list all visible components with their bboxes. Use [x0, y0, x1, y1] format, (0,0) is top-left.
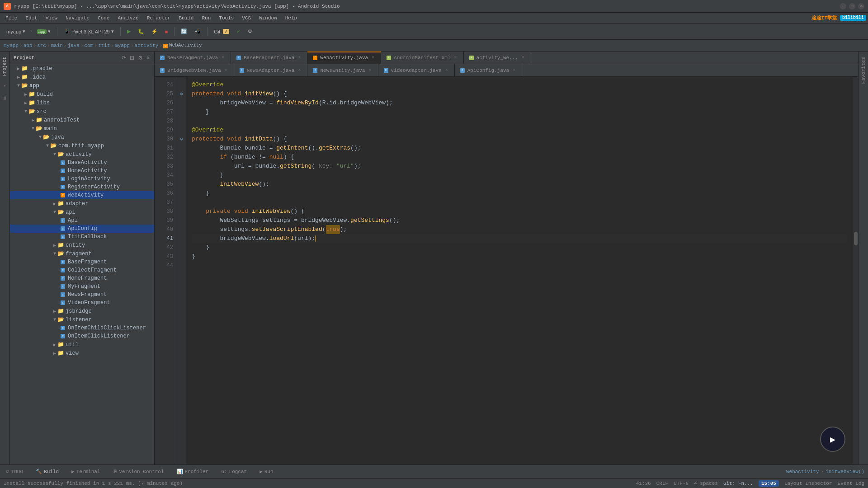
tab-webactivity[interactable]: C WebActivity.java ×: [307, 52, 381, 64]
close-bridge-tab[interactable]: ×: [224, 68, 228, 73]
tree-item-build[interactable]: ▶ 📁 build: [10, 90, 154, 99]
breadcrumb-myapp2[interactable]: myapp: [115, 43, 130, 48]
status-git[interactable]: Git: Fn...: [723, 481, 753, 486]
toolbar-module-dropdown[interactable]: app ▾: [34, 27, 53, 36]
tab-run[interactable]: ▶ Run: [257, 467, 276, 476]
close-activitywe-tab[interactable]: ×: [521, 55, 525, 60]
debug-button[interactable]: 🐛: [135, 27, 147, 36]
avd-button[interactable]: 📲: [192, 27, 203, 36]
menu-navigate[interactable]: Navigate: [62, 14, 93, 22]
breadcrumb-myapp[interactable]: myapp: [4, 43, 19, 48]
close-newsentity-tab[interactable]: ×: [368, 68, 373, 73]
stop-button[interactable]: ■: [162, 27, 171, 36]
git-button[interactable]: Git: ✓: [211, 27, 232, 36]
tab-todo[interactable]: ☑ TODO: [4, 467, 26, 476]
tree-item-adapter-folder[interactable]: ▶ 📁 adapter: [10, 199, 154, 208]
gear-icon[interactable]: ⚙: [137, 54, 144, 62]
breadcrumb-app[interactable]: app: [24, 43, 33, 48]
breadcrumb-webactivity[interactable]: WWebActivity: [163, 42, 202, 48]
tree-item-myfragment[interactable]: C MyFragment: [10, 282, 154, 291]
toolbar-device-dropdown[interactable]: 📱 Pixel 3 XL API 29 ▾: [61, 27, 117, 36]
settings-button[interactable]: ⚙: [245, 27, 255, 36]
menu-vcs[interactable]: VCS: [238, 14, 255, 22]
check-button[interactable]: ✓: [234, 27, 243, 36]
code-content[interactable]: @Override protected void initView() { br…: [186, 77, 853, 465]
toolbar-project-dropdown[interactable]: myapp ▾: [4, 27, 28, 36]
right-scrollbar[interactable]: [853, 77, 858, 465]
breadcrumb-main[interactable]: main: [51, 43, 62, 48]
menu-window[interactable]: Window: [255, 14, 281, 22]
tab-newsadapter[interactable]: C NewsAdapter.java ×: [234, 64, 308, 76]
sync-tree-button[interactable]: ⟳: [121, 54, 127, 62]
menu-file[interactable]: File: [2, 14, 21, 22]
tab-profiler[interactable]: 📊 Profiler: [174, 467, 212, 476]
menu-edit[interactable]: Edit: [22, 14, 41, 22]
tab-versioncontrol[interactable]: ⑨ Version Control: [110, 467, 166, 476]
tab-newsentity[interactable]: C NewsEntity.java ×: [307, 64, 378, 76]
breadcrumb-src[interactable]: src: [37, 43, 46, 48]
menu-tools[interactable]: Tools: [215, 14, 237, 22]
close-newsfragment-tab[interactable]: ×: [221, 55, 225, 60]
tree-item-collectfragment[interactable]: C CollectFragment: [10, 266, 154, 274]
favorites-icon[interactable]: ★: [1, 81, 9, 91]
status-layout-inspector[interactable]: Layout Inspector: [784, 481, 832, 486]
close-webactivity-tab[interactable]: ×: [371, 55, 375, 60]
tree-item-app[interactable]: ▼ 📂 app: [10, 81, 154, 90]
tab-logcat[interactable]: 6: Logcat: [218, 467, 250, 476]
tree-item-view-folder[interactable]: ▶ 📁 view: [10, 349, 154, 357]
close-videoadapter-tab[interactable]: ×: [444, 68, 449, 73]
tree-item-homeactivity[interactable]: C HomeActivity: [10, 167, 154, 175]
tree-item-api[interactable]: C Api: [10, 216, 154, 225]
tree-item-main[interactable]: ▼ 📂 main: [10, 124, 154, 133]
run-coverage-button[interactable]: ⚡: [149, 27, 160, 36]
status-crlf[interactable]: CRLF: [656, 481, 668, 486]
tree-item-entity-folder[interactable]: ▶ 📁 entity: [10, 241, 154, 249]
breadcrumb-ttit[interactable]: ttit: [98, 43, 110, 48]
tree-item-gradle[interactable]: ▶ 📁 .gradle: [10, 64, 154, 73]
tree-item-src[interactable]: ▼ 📂 src: [10, 107, 154, 116]
structure-icon[interactable]: ≡: [0, 94, 10, 103]
tab-androidmanifest[interactable]: X AndroidManifest.xml ×: [381, 52, 463, 64]
close-newsadapter-tab[interactable]: ×: [297, 68, 302, 73]
status-event-log[interactable]: Event Log: [838, 481, 864, 486]
menu-run[interactable]: Run: [198, 14, 214, 22]
hide-panel-button[interactable]: ×: [146, 54, 151, 62]
tree-item-comttit[interactable]: ▼ 📂 com.ttit.myapp: [10, 141, 154, 150]
tab-videoadapter[interactable]: C VideoAdapter.java ×: [378, 64, 455, 76]
code-editor[interactable]: 24 25 26 27 28 29 30 31 32 33 34 35 36 3…: [155, 77, 858, 465]
menu-code[interactable]: Code: [94, 14, 113, 22]
collapse-tree-button[interactable]: ⊟: [129, 54, 135, 62]
tree-item-jsbridge-folder[interactable]: ▶ 📁 jsbridge: [10, 307, 154, 315]
close-apiconfig-tab[interactable]: ×: [512, 68, 516, 73]
tree-item-fragment-folder[interactable]: ▼ 📂 fragment: [10, 249, 154, 258]
tree-item-videofragment[interactable]: C VideoFragment: [10, 299, 154, 307]
maximize-button[interactable]: □: [849, 3, 855, 9]
structure-right-icon[interactable]: Favorites: [859, 55, 868, 85]
status-position[interactable]: 41:36: [636, 481, 651, 486]
tree-item-registeractivity[interactable]: C RegisterActivity: [10, 183, 154, 191]
menu-help[interactable]: Help: [282, 14, 301, 22]
close-button[interactable]: ✕: [858, 3, 864, 9]
tree-item-util-folder[interactable]: ▶ 📁 util: [10, 340, 154, 349]
project-icon[interactable]: Project: [1, 55, 8, 78]
tree-item-idea[interactable]: ▶ 📁 .idea: [10, 73, 154, 81]
tree-item-api-folder[interactable]: ▼ 📂 api: [10, 208, 154, 216]
menu-refactor[interactable]: Refactor: [143, 14, 175, 22]
tab-newsfragment[interactable]: C NewsFragment.java ×: [155, 52, 231, 64]
status-spaces[interactable]: 4 spaces: [694, 481, 718, 486]
tree-item-onitemchild[interactable]: C OnItemChildClickListener: [10, 324, 154, 332]
menu-build[interactable]: Build: [175, 14, 197, 22]
tree-item-loginactivity[interactable]: C LoginActivity: [10, 175, 154, 183]
tree-item-apiconfig[interactable]: C ApiConfig: [10, 225, 154, 233]
close-manifest-tab[interactable]: ×: [453, 55, 458, 60]
tree-item-webactivity[interactable]: C WebActivity: [10, 191, 154, 199]
tab-terminal[interactable]: ▶ Terminal: [69, 467, 103, 476]
tab-build[interactable]: 🔨 Build: [33, 467, 61, 476]
sync-button[interactable]: 🔄: [178, 27, 190, 36]
tree-item-basefragment[interactable]: C BaseFragment: [10, 258, 154, 266]
menu-view[interactable]: View: [42, 14, 61, 22]
tree-item-androidtest[interactable]: ▶ 📁 androidTest: [10, 116, 154, 124]
breadcrumb-java[interactable]: java: [67, 43, 79, 48]
tree-item-homefragment[interactable]: C HomeFragment: [10, 274, 154, 282]
tree-item-ttitcallback[interactable]: C TtitCallback: [10, 233, 154, 241]
